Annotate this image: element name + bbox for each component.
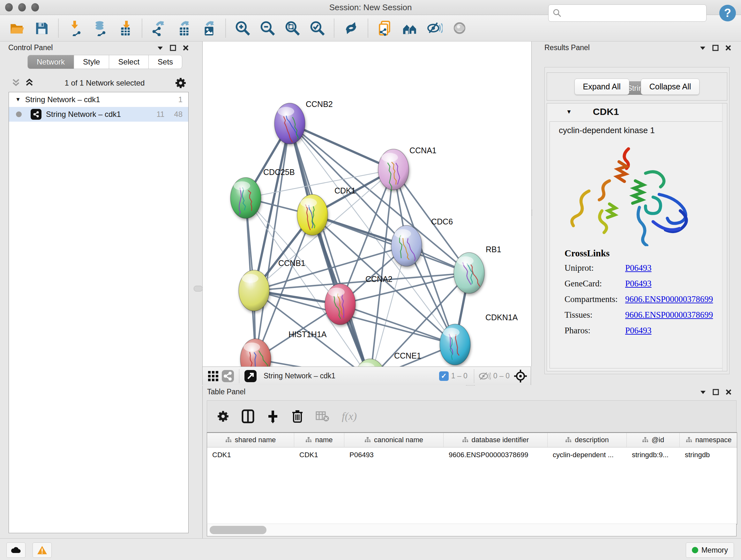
selected-checkbox-icon[interactable]: ✓ [439,371,449,381]
column-header-shared-name[interactable]: shared name [207,433,294,447]
zoom-check-icon[interactable] [309,20,326,37]
houses-icon[interactable] [401,20,418,37]
crosslink-link[interactable]: P06493 [625,326,652,335]
crosslink-row: Uniprot:P06493 [564,263,713,273]
results-panel-title: Results Panel [544,44,590,52]
tab-sets[interactable]: Sets [149,55,182,69]
tab-network[interactable]: Network [27,55,74,69]
node-RB1[interactable]: RB1 [454,245,501,294]
node-CDC25B[interactable]: CDC25B [230,168,295,219]
column-header-database-identifier[interactable]: database identifier [444,433,548,447]
collapse-all-button[interactable]: Collapse All [641,78,700,95]
node-CDC6[interactable]: CDC6 [391,217,453,266]
gene-symbol: CDK1 [593,106,619,117]
zoom-in-icon[interactable] [234,20,251,37]
node-CDKN1A[interactable]: CDKN1A [440,313,518,365]
collapse-all-icon[interactable] [10,78,21,88]
doc-share-icon[interactable] [377,20,393,37]
node-gloss [278,107,294,116]
table-cell[interactable]: P06493 [344,451,444,459]
import-table-icon[interactable] [117,20,133,37]
table-cell[interactable]: stringdb [680,451,737,459]
table-cell[interactable]: CDK1 [294,451,344,459]
table-cell[interactable]: stringdb:9... [627,451,680,459]
expand-all-button[interactable]: Expand All [575,78,629,95]
edge-CCNB2-CCNA1[interactable] [290,124,394,170]
table-panel: Table Panel [202,386,741,538]
add-column-icon[interactable] [266,409,279,423]
column-header-name[interactable]: name [294,433,344,447]
zoom-fit-icon[interactable] [284,20,300,37]
table-settings-gear-icon[interactable] [217,410,229,423]
node-HIST1H1A[interactable]: HIST1H1A [240,330,327,367]
memory-button[interactable]: Memory [686,543,734,558]
network-canvas[interactable]: CCNB2CCNA1CDC25BCDK1CDC6RB1CCNB1CCNA2CDK… [202,42,532,367]
panel-menu-icon[interactable] [700,390,706,394]
import-database-icon[interactable] [92,20,109,37]
open-icon[interactable] [8,20,25,37]
node-table[interactable]: shared namenamecanonical namedatabase id… [207,432,737,524]
node-label-CDK1: CDK1 [334,186,356,195]
birdseye-grid-icon[interactable] [206,368,220,384]
control-panel: Control Panel Network Style Select Sets … [0,42,200,538]
column-header-@id[interactable]: @id [627,433,680,447]
eye-slash-icon[interactable] [426,20,443,37]
network-row[interactable]: String Network – cdk1 11 48 [9,107,188,122]
export-image-icon[interactable] [200,20,217,37]
expand-all-icon[interactable] [24,78,35,88]
export-table-icon[interactable] [176,20,192,37]
crosslink-link[interactable]: P06493 [625,279,652,289]
network-collection-row[interactable]: ▼ String Network – cdk1 1 [9,92,188,107]
import-network-icon[interactable] [67,20,84,37]
table-row[interactable]: CDK1CDK1P064939606.ENSP00000378699cyclin… [207,448,737,462]
panel-float-icon[interactable] [712,45,719,51]
warnings-button[interactable] [32,543,52,558]
table-cell[interactable]: CDK1 [207,451,294,459]
export-network-icon[interactable] [151,20,167,37]
network-options-gear-icon[interactable] [175,77,187,89]
tab-select[interactable]: Select [109,55,149,69]
column-header-description[interactable]: description [548,433,627,447]
delete-column-trash-icon[interactable] [291,409,304,423]
crosslink-link[interactable]: P06493 [625,263,652,273]
column-header-namespace[interactable]: namespace [680,433,737,447]
panel-close-icon[interactable] [183,45,189,51]
column-header-canonical-name[interactable]: canonical name [344,433,444,447]
crosslink-link[interactable]: 9606.ENSP00000378699 [625,294,713,304]
node-gloss [457,256,474,265]
results-panel: Results Panel String Expand All Collapse… [532,42,741,386]
show-columns-icon[interactable] [242,409,254,423]
table-hscrollbar[interactable] [207,523,737,537]
node-CCNE1[interactable]: CCNE1 [355,351,421,367]
collection-disclosure-icon[interactable]: ▼ [15,97,21,103]
results-scrollbar[interactable] [722,104,727,371]
table-cell[interactable]: cyclin-dependent ... [548,451,627,459]
crosslink-label: Compartments: [564,294,625,304]
panel-float-icon[interactable] [713,389,719,395]
current-network-dot [16,111,22,117]
fit-content-crosshair-icon[interactable] [512,368,529,384]
crosslink-link[interactable]: 9606.ENSP00000378699 [625,310,713,320]
zoom-out-icon[interactable] [259,20,276,37]
panel-close-icon[interactable] [725,389,732,395]
panel-float-icon[interactable] [170,45,176,51]
node-label-CDKN1A: CDKN1A [485,313,518,322]
node-CCNA1[interactable]: CCNA1 [378,146,436,191]
left-splitter-handle[interactable] [194,286,203,292]
cloud-button[interactable] [6,543,25,558]
edge-count: 48 [174,110,183,119]
gene-disclosure-icon[interactable]: ▼ [566,109,572,115]
refresh-icon[interactable] [343,20,359,37]
memory-status-dot [692,547,698,553]
save-icon[interactable] [33,20,50,37]
open-in-window-icon[interactable] [243,368,258,384]
panel-close-icon[interactable] [725,45,731,51]
string-share-icon[interactable] [220,368,235,384]
search-input[interactable] [548,4,706,22]
help-button[interactable]: ? [719,4,737,23]
panel-menu-icon[interactable] [157,46,163,50]
tab-style[interactable]: Style [74,55,109,69]
table-cell[interactable]: 9606.ENSP00000378699 [444,451,548,459]
crosslinks-section: CrossLinks Uniprot:P06493GeneCard:P06493… [564,248,713,341]
panel-menu-icon[interactable] [699,46,706,50]
